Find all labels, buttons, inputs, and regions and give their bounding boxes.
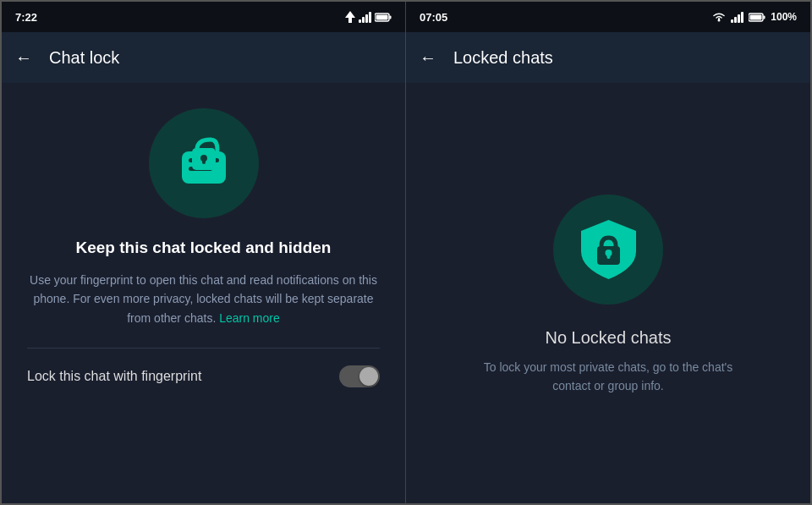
chat-lock-svg-icon (173, 133, 234, 194)
learn-more-link[interactable]: Learn more (219, 311, 280, 325)
time-right: 07:05 (420, 11, 447, 24)
shield-svg-icon (577, 216, 640, 283)
svg-rect-9 (202, 158, 206, 164)
svg-rect-16 (606, 253, 610, 259)
chat-lock-heading: Keep this chat locked and hidden (76, 239, 332, 257)
left-content: Keep this chat locked and hidden Use you… (2, 83, 405, 505)
no-locked-description: To lock your most private chats, go to t… (473, 358, 743, 396)
header-right: ← Locked chats (406, 32, 810, 83)
toggle-knob (359, 367, 378, 386)
svg-rect-13 (764, 15, 765, 19)
time-left: 7:22 (15, 11, 37, 24)
status-icons-left (345, 11, 392, 23)
back-button-right[interactable]: ← (420, 48, 436, 68)
page-title-left: Chat lock (49, 48, 119, 68)
svg-rect-2 (376, 14, 388, 19)
svg-point-10 (718, 19, 721, 22)
toggle-row: Lock this chat with fingerprint (27, 349, 380, 404)
wifi-icon (712, 12, 726, 22)
status-bar-left: 7:22 (2, 2, 405, 32)
no-locked-title: No Locked chats (546, 328, 672, 348)
battery-percent: 100% (771, 11, 797, 23)
notification-icon (345, 11, 355, 23)
back-button-left[interactable]: ← (15, 48, 32, 68)
svg-rect-12 (750, 14, 762, 19)
toggle-label: Lock this chat with fingerprint (27, 369, 201, 384)
chat-lock-icon-circle (149, 108, 259, 218)
header-left: ← Chat lock (2, 32, 405, 83)
battery-icon (375, 13, 392, 22)
status-bar-right: 07:05 100% (406, 2, 810, 32)
left-panel: 7:22 ← Chat lock (2, 2, 406, 505)
shield-icon-circle (553, 195, 663, 305)
svg-rect-3 (390, 15, 392, 19)
right-panel: 07:05 100% (406, 2, 810, 505)
page-title-right: Locked chats (453, 48, 553, 68)
status-icons-right: 100% (712, 11, 797, 23)
fingerprint-toggle[interactable] (339, 365, 380, 387)
right-content: No Locked chats To lock your most privat… (406, 83, 810, 505)
chat-lock-description: Use your fingerprint to open this chat a… (27, 271, 380, 327)
battery-icon-right (749, 13, 765, 22)
svg-marker-0 (345, 11, 355, 23)
signal-icon (359, 11, 371, 23)
signal-icon-right (731, 11, 743, 23)
